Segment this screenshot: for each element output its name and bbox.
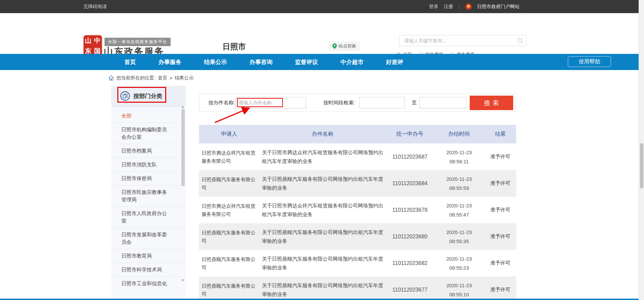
- nav-item-4[interactable]: 监督评议: [295, 58, 318, 66]
- cell-finish-time: 2020-11-2308:55:10: [434, 281, 485, 299]
- cell-item-name: 关于日照市腾达众祥汽车租赁服务有限公司网络预约出租汽车年度审验的业务: [259, 201, 386, 219]
- annotation-box-sidebar-title: [117, 87, 166, 103]
- site-switch-button[interactable]: 站点切换: [329, 41, 360, 51]
- cell-applicant: 日照鼎顺汽车服务有限公司: [199, 255, 259, 271]
- seal-char-0: 山: [84, 35, 93, 46]
- breadcrumb-separator: >: [170, 75, 172, 81]
- breadcrumb-prefix: 您当前所在的位置:: [116, 75, 155, 81]
- finish-clock: 08:56:11: [436, 157, 482, 166]
- nav-item-5[interactable]: 中介超市: [341, 58, 363, 66]
- finish-clock: 08:55:47: [436, 210, 482, 219]
- finish-date: 2020-11-23: [436, 281, 482, 290]
- department-item-3[interactable]: 日照市消防支队: [111, 158, 186, 172]
- name-filter-input[interactable]: [236, 97, 306, 108]
- time-filter-label: 按时间段检索:: [323, 94, 355, 111]
- portal-link[interactable]: 日照市政府门户网站: [477, 4, 520, 10]
- nav-item-3[interactable]: 办事咨询: [250, 58, 272, 66]
- accessibility-link[interactable]: 无障碍阅读: [83, 0, 107, 13]
- help-button[interactable]: 使用帮助: [568, 56, 611, 67]
- nav-item-0[interactable]: 首页: [124, 58, 136, 66]
- result-filter-form: 按办件名称: 按时间段检索: 至 搜索: [199, 94, 516, 112]
- search-button[interactable]: 搜索: [470, 96, 513, 110]
- finish-clock: 08:55:59: [436, 184, 482, 193]
- platform-label: 全国一体化在线政务服务平台: [105, 38, 171, 46]
- name-filter-label: 按办件名称:: [208, 94, 235, 111]
- cell-finish-time: 2020-11-2308:55:23: [434, 254, 485, 272]
- cell-result: 准予许可: [485, 287, 516, 293]
- department-sidebar: 按部门分类 全部日照市机构编制委员会办公室日照市档案局日照市消防支队日照市保密局…: [111, 86, 186, 300]
- department-item-1[interactable]: 日照市机构编制委员会办公室: [111, 123, 186, 144]
- column-header-0: 申请人: [199, 131, 259, 138]
- column-header-2: 统一申办号: [386, 131, 434, 138]
- department-item-7[interactable]: 日照市发展和改革委员会: [111, 228, 186, 249]
- finish-date: 2020-11-23: [436, 174, 482, 184]
- column-header-4: 结果: [485, 131, 516, 138]
- cell-apply-id: 110112023677: [386, 287, 434, 293]
- department-item-5[interactable]: 日照市民族宗教事务管理局: [111, 186, 186, 207]
- page-scrollbar[interactable]: [639, 0, 644, 300]
- home-icon: [109, 75, 114, 80]
- national-emblem-icon: ★: [465, 3, 472, 10]
- time-to-input[interactable]: [419, 97, 466, 108]
- cell-finish-time: 2020-11-2308:55:59: [434, 174, 485, 193]
- department-item-6[interactable]: 日照市人民政府办公室: [111, 207, 186, 228]
- cell-applicant: 日照鼎顺汽车服务有限公司: [199, 282, 259, 298]
- time-from-input[interactable]: [359, 97, 405, 108]
- table-row-4[interactable]: 日照鼎顺汽车服务有限公司关于日照鼎顺汽车服务有限公司网络预约出租汽车年度审验的业…: [199, 250, 516, 276]
- table-header-row: 申请人办件名称统一申办号办结时间结果: [199, 125, 516, 143]
- cell-item-name: 关于日照鼎顺汽车服务有限公司网络预约出租汽车年度审验的业务: [259, 255, 386, 272]
- page-scrollbar-thumb[interactable]: [640, 143, 643, 189]
- table-row-3[interactable]: 日照鼎顺汽车服务有限公司关于日照鼎顺汽车服务有限公司网络预约出租汽车年度审验的业…: [199, 223, 516, 250]
- column-header-1: 办件名称: [259, 131, 386, 138]
- cell-applicant: 日照鼎顺汽车服务有限公司: [199, 229, 259, 245]
- finish-clock: 08:55:35: [436, 237, 482, 246]
- topbar-separator: |: [459, 4, 460, 9]
- search-icon[interactable]: [517, 37, 524, 45]
- department-item-0[interactable]: 全部: [111, 109, 186, 123]
- finish-date: 2020-11-23: [436, 228, 482, 237]
- department-item-4[interactable]: 日照市保密局: [111, 172, 186, 186]
- login-link[interactable]: 登录: [429, 4, 438, 10]
- nav-items: 首页办事服务结果公示办事咨询监督评议中介超市好差评: [124, 54, 403, 70]
- sidebar-scroll-down-icon[interactable]: ▼: [181, 279, 184, 282]
- nav-item-1[interactable]: 办事服务: [158, 58, 181, 66]
- finish-clock: 08:55:10: [436, 290, 482, 299]
- sidebar-header: 按部门分类: [111, 86, 186, 107]
- table-row-5[interactable]: 日照鼎顺汽车服务有限公司关于日照鼎顺汽车服务有限公司网络预约出租汽车年度审验的业…: [199, 276, 516, 300]
- city-name: 日照市: [223, 41, 246, 52]
- cell-applicant: 日照鼎顺汽车服务有限公司: [199, 175, 259, 192]
- to-label: 至: [412, 94, 417, 111]
- header: 山中东国 全国一体化在线政务服务平台 山东政务服务 日照市 站点切换 全部权力事…: [0, 13, 644, 54]
- cell-result: 准予许可: [485, 207, 516, 213]
- department-item-8[interactable]: 日照市教育局: [111, 249, 186, 263]
- finish-date: 2020-11-23: [436, 201, 482, 210]
- cell-item-name: 关于日照市腾达众祥汽车租赁服务有限公司网络预约出租汽车年度审验的业务: [259, 148, 386, 166]
- topbar-right-group: 登录 注册 | ★ 日照市政府门户网站: [429, 0, 520, 13]
- sidebar-scrollbar-thumb[interactable]: [181, 109, 185, 186]
- finish-date: 2020-11-23: [436, 148, 482, 157]
- table-row-0[interactable]: 日照市腾达众祥汽车租赁服务有限公司关于日照市腾达众祥汽车租赁服务有限公司网络预约…: [199, 143, 516, 170]
- table-row-2[interactable]: 日照市腾达众祥汽车租赁服务有限公司关于日照市腾达众祥汽车租赁服务有限公司网络预约…: [199, 197, 516, 223]
- nav-item-2[interactable]: 结果公示: [204, 58, 227, 66]
- location-pin-icon: [332, 43, 337, 49]
- breadcrumb-home[interactable]: 首页: [158, 75, 167, 81]
- cell-item-name: 关于日照鼎顺汽车服务有限公司网络预约出租汽车年度审验的业务: [259, 281, 386, 299]
- sidebar-scroll-up-icon[interactable]: ▲: [181, 105, 184, 108]
- cell-result: 准予许可: [485, 180, 516, 187]
- nav-item-6[interactable]: 好差评: [386, 58, 403, 66]
- cell-item-name: 关于日照鼎顺汽车服务有限公司网络预约出租汽车年度审验的业务: [259, 175, 386, 192]
- cell-result: 准予许可: [485, 233, 516, 240]
- department-item-2[interactable]: 日照市档案局: [111, 144, 186, 158]
- breadcrumb: 您当前所在的位置: 首页 > 结果公示: [109, 70, 194, 86]
- breadcrumb-current: 结果公示: [175, 75, 194, 81]
- register-link[interactable]: 注册: [444, 4, 453, 10]
- results-table: 申请人办件名称统一申办号办结时间结果 日照市腾达众祥汽车租赁服务有限公司关于日照…: [199, 125, 516, 300]
- department-item-9[interactable]: 日照市科学技术局: [111, 263, 186, 277]
- department-item-10[interactable]: 日照市工业和信息化: [111, 277, 186, 290]
- shandong-seal-logo: 山中东国: [84, 35, 102, 56]
- table-body: 日照市腾达众祥汽车租赁服务有限公司关于日照市腾达众祥汽车租赁服务有限公司网络预约…: [199, 143, 516, 300]
- table-row-1[interactable]: 日照鼎顺汽车服务有限公司关于日照鼎顺汽车服务有限公司网络预约出租汽车年度审验的业…: [199, 170, 516, 197]
- keyword-search-input[interactable]: [399, 35, 519, 46]
- cell-applicant: 日照市腾达众祥汽车租赁服务有限公司: [199, 202, 259, 218]
- column-header-3: 办结时间: [434, 131, 485, 138]
